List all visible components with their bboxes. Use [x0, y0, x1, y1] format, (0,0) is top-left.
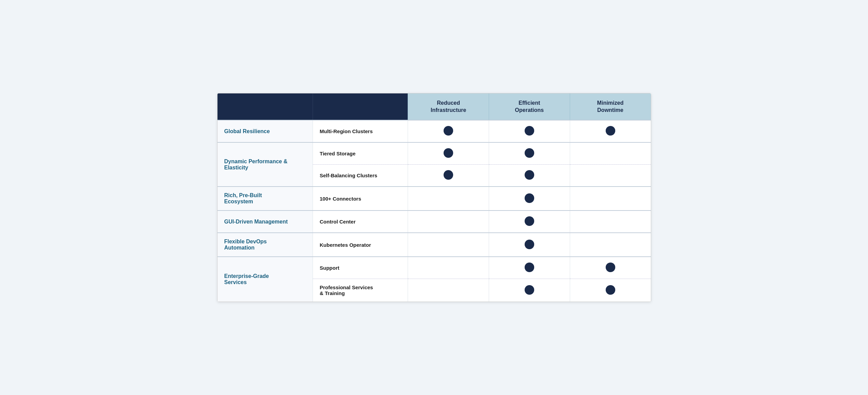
table-row: Rich, Pre-BuiltEcosystem100+ Connectors [218, 187, 651, 211]
benefit-cell: Dynamic Performance &Elasticity [218, 142, 313, 187]
benefit-cell: Flexible DevOpsAutomation [218, 233, 313, 257]
efficient-dot-cell [489, 142, 570, 165]
reduced-dot-cell [408, 233, 489, 257]
efficient-dot [525, 193, 534, 203]
efficient-dot-cell [489, 233, 570, 257]
minimized-dot-cell [570, 142, 650, 165]
reduced-dot-cell [408, 165, 489, 187]
efficient-dot [525, 170, 534, 180]
efficient-dot [525, 240, 534, 249]
minimized-dot [606, 263, 615, 272]
reduced-dot [444, 126, 453, 136]
feature-cell: Kubernetes Operator [313, 233, 408, 257]
minimized-dot [606, 126, 615, 136]
header-confluent-feature [313, 93, 408, 120]
feature-cell: Tiered Storage [313, 142, 408, 165]
table-row: Enterprise-GradeServicesSupport [218, 257, 651, 279]
header-row: ReducedInfrastructure EfficientOperation… [218, 93, 651, 120]
feature-cell: Support [313, 257, 408, 279]
minimized-dot-cell [570, 211, 650, 233]
feature-cell: Multi-Region Clusters [313, 120, 408, 142]
reduced-dot-cell [408, 211, 489, 233]
header-customer-benefit [218, 93, 313, 120]
header-minimized-downtime: MinimizedDowntime [570, 93, 650, 120]
header-efficient-operations: EfficientOperations [489, 93, 570, 120]
reduced-dot-cell [408, 120, 489, 142]
efficient-dot-cell [489, 187, 570, 211]
reduced-dot-cell [408, 257, 489, 279]
feature-cell: Self-Balancing Clusters [313, 165, 408, 187]
efficient-dot-cell [489, 211, 570, 233]
reduced-dot [444, 148, 453, 158]
minimized-dot-cell [570, 279, 650, 302]
benefit-cell: Global Resilience [218, 120, 313, 142]
reduced-dot-cell [408, 142, 489, 165]
table-row: Global ResilienceMulti-Region Clusters [218, 120, 651, 142]
minimized-dot [606, 285, 615, 295]
reduced-dot [444, 170, 453, 180]
benefits-table: ReducedInfrastructure EfficientOperation… [218, 93, 651, 302]
minimized-dot-cell [570, 257, 650, 279]
reduced-dot-cell [408, 187, 489, 211]
efficient-dot-cell [489, 120, 570, 142]
table-row: Flexible DevOpsAutomationKubernetes Oper… [218, 233, 651, 257]
efficient-dot [525, 148, 534, 158]
header-reduced-infrastructure: ReducedInfrastructure [408, 93, 489, 120]
efficient-dot-cell [489, 257, 570, 279]
feature-cell: Professional Services& Training [313, 279, 408, 302]
feature-cell: 100+ Connectors [313, 187, 408, 211]
efficient-dot [525, 285, 534, 295]
benefit-cell: GUI-Driven Management [218, 211, 313, 233]
benefit-cell: Enterprise-GradeServices [218, 257, 313, 302]
efficient-dot [525, 126, 534, 136]
main-table-wrapper: ReducedInfrastructure EfficientOperation… [217, 93, 651, 302]
efficient-dot [525, 216, 534, 226]
reduced-dot-cell [408, 279, 489, 302]
minimized-dot-cell [570, 187, 650, 211]
minimized-dot-cell [570, 165, 650, 187]
feature-cell: Control Center [313, 211, 408, 233]
efficient-dot-cell [489, 165, 570, 187]
efficient-dot [525, 263, 534, 272]
minimized-dot-cell [570, 120, 650, 142]
table-row: Dynamic Performance &ElasticityTiered St… [218, 142, 651, 165]
table-row: GUI-Driven ManagementControl Center [218, 211, 651, 233]
efficient-dot-cell [489, 279, 570, 302]
benefit-cell: Rich, Pre-BuiltEcosystem [218, 187, 313, 211]
minimized-dot-cell [570, 233, 650, 257]
